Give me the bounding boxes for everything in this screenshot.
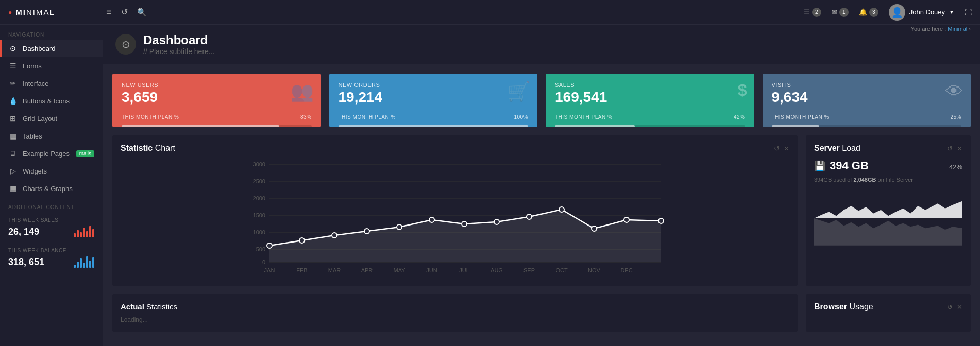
charts-icon: ▦ [8,184,18,193]
svg-point-18 [364,229,369,234]
svg-text:JAN: JAN [264,267,275,273]
sidebar: NAVIGATION ⊙ Dashboard ☰ Forms ✏ Interfa… [0,25,103,346]
stat-card-sales: SALES 169,541 $ THIS MONTH PLAN % 42% [546,74,754,127]
user-menu[interactable]: 👤 John Douey ▼ [889,4,954,21]
chart-refresh-icon[interactable]: ↺ [774,145,780,152]
svg-text:FEB: FEB [296,267,307,273]
balance-mini-chart [74,255,94,268]
sidebar-item-label: Buttons & Icons [23,97,70,105]
statistic-chart-svg: 3000 2500 2000 1500 1000 500 0 [121,159,789,278]
server-load-total: 2,048GB [853,177,876,183]
svg-text:MAY: MAY [393,267,405,273]
page-header-icon: ⊙ [115,34,136,55]
new-orders-progress-bar [339,125,529,127]
statistic-chart-header: Statistic Chart ↺ ✕ [121,144,789,153]
notifications-badge[interactable]: 🔔 3 [859,8,878,17]
server-chart-actions: ↺ ✕ [947,145,962,152]
topnav-right: ☰ 2 ✉ 1 🔔 3 👤 John Douey ▼ ⛶ [804,4,972,21]
sidebar-item-example[interactable]: 🖥 Example Pages mails [0,145,103,162]
statistic-chart-panel: Statistic Chart ↺ ✕ [112,135,798,286]
sales-label: SALES [555,82,745,88]
new-users-progress-bar [122,125,312,127]
stat-cards: NEW USERS 3,659 👥 THIS MONTH PLAN % 83% … [103,64,980,127]
visits-label: VISITS [772,82,962,88]
chart-close-icon[interactable]: ✕ [784,145,789,152]
this-week-sales: THIS WEEK SALES 26, 149 [0,212,103,243]
dashboard-icon: ⊙ [8,44,18,53]
actual-stats-title: Actual Statistics [121,302,789,311]
notifications-count: 3 [869,8,878,17]
sales-footer: THIS MONTH PLAN % 42% [555,111,745,123]
top-nav: ● MINIMAL ≡ ↺ 🔍 ☰ 2 ✉ 1 🔔 3 👤 John Douey… [0,0,980,25]
sidebar-item-charts[interactable]: ▦ Charts & Graphs [0,180,103,197]
this-week-sales-value: 26, 149 [8,227,39,237]
svg-text:0: 0 [262,259,265,265]
sidebar-item-dashboard[interactable]: ⊙ Dashboard [0,40,103,57]
user-dropdown-icon: ▼ [949,9,954,15]
fullscreen-icon[interactable]: ⛶ [965,8,972,16]
sidebar-item-tables[interactable]: ▦ Tables [0,127,103,145]
server-close-icon[interactable]: ✕ [957,145,962,152]
svg-text:MAR: MAR [328,267,341,273]
svg-text:3000: 3000 [253,161,265,167]
app-layout: NAVIGATION ⊙ Dashboard ☰ Forms ✏ Interfa… [0,25,980,346]
sidebar-item-buttons[interactable]: 💧 Buttons & Icons [0,92,103,110]
messages-badge[interactable]: ☰ 2 [804,8,821,17]
topnav-icons: ≡ ↺ 🔍 [106,7,147,18]
actual-stats-content: Loading... [121,316,789,323]
svg-point-17 [332,233,337,238]
server-load-header: Server Load ↺ ✕ [814,144,962,153]
new-users-icon: 👥 [291,81,314,102]
avatar: 👤 [889,4,905,21]
buttons-icon: 💧 [8,97,18,105]
svg-marker-41 [814,218,962,246]
svg-text:AUG: AUG [491,267,503,273]
visits-progress-label: 25% [950,114,961,120]
new-users-plan-label: THIS MONTH PLAN % [122,114,179,120]
search-icon[interactable]: 🔍 [137,8,147,17]
server-load-percent: 42% [949,163,962,171]
sidebar-item-label: Forms [23,62,42,70]
tables-icon: ▦ [8,132,18,140]
server-load-title: Server Load [814,144,860,153]
breadcrumb: You are here : Minimal › [911,26,971,32]
svg-text:1000: 1000 [253,229,265,235]
sales-icon: $ [738,81,747,100]
sales-progress-bar [555,125,745,127]
browser-usage-title: Browser Usage [814,302,873,312]
browser-usage-panel: Browser Usage ↺ ✕ [806,294,971,332]
example-badge: mails [76,150,94,157]
svg-point-26 [624,217,629,222]
page-header-text: Dashboard // Place subtitle here... [143,33,215,56]
stat-card-new-users: NEW USERS 3,659 👥 THIS MONTH PLAN % 83% [112,74,321,127]
svg-text:2000: 2000 [253,195,265,201]
statistic-chart-wrap: 3000 2500 2000 1500 1000 500 0 [121,159,789,278]
browser-refresh-icon[interactable]: ↺ [947,303,953,311]
menu-icon[interactable]: ≡ [106,7,112,18]
this-week-balance-label: THIS WEEK BALANCE [8,248,94,253]
svg-text:SEP: SEP [523,267,535,273]
brand-logo[interactable]: ● MINIMAL [8,8,96,16]
visits-progress-bar [772,125,962,127]
sidebar-item-forms[interactable]: ☰ Forms [0,57,103,75]
svg-text:DEC: DEC [620,267,632,273]
stat-card-new-orders: NEW ORDERS 19,214 🛒 THIS MONTH PLAN % 10… [329,74,538,127]
server-refresh-icon[interactable]: ↺ [947,145,953,152]
browser-close-icon[interactable]: ✕ [957,303,962,311]
mail-badge[interactable]: ✉ 1 [832,8,849,17]
mail-icon: ✉ [832,8,837,16]
actual-statistics-panel: Actual Statistics Loading... [112,294,798,332]
sidebar-item-grid[interactable]: ⊞ Grid Layout [0,110,103,127]
sidebar-item-widgets[interactable]: ▷ Widgets [0,162,103,180]
charts-row: Statistic Chart ↺ ✕ [103,127,980,294]
sidebar-item-interface[interactable]: ✏ Interface [0,75,103,92]
grid-icon: ⊞ [8,114,18,123]
browser-usage-header: Browser Usage ↺ ✕ [814,302,962,312]
new-orders-progress-label: 100% [514,114,528,120]
refresh-icon[interactable]: ↺ [121,7,128,17]
sales-progress-label: 42% [734,114,745,120]
browser-chart-actions: ↺ ✕ [947,303,962,311]
example-icon: 🖥 [8,149,18,158]
breadcrumb-link[interactable]: Minimal [948,26,967,32]
svg-text:APR: APR [361,267,373,273]
